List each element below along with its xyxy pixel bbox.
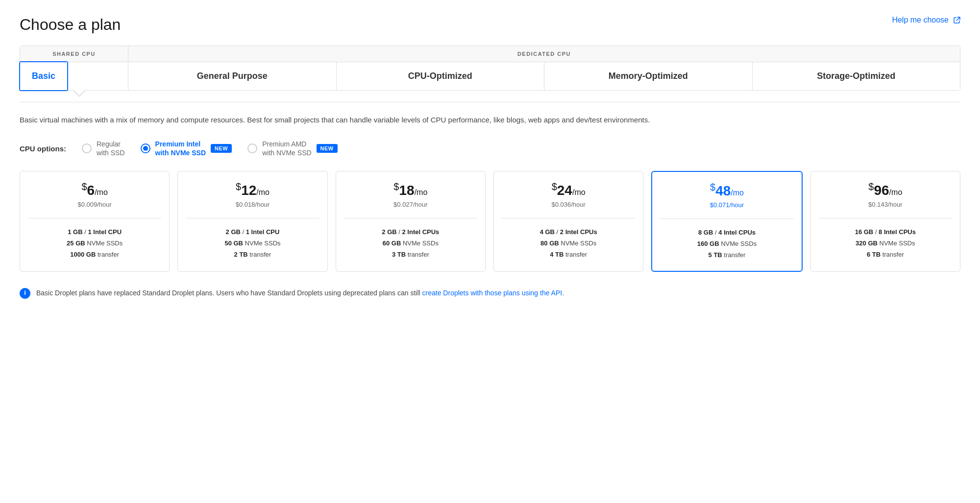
card-specs-18: 2 GB / 2 Intel CPUs 60 GB NVMe SSDs 3 TB… (344, 226, 477, 261)
cpu-option-regular-label: Regularwith SSD (97, 140, 125, 157)
shared-cpu-section: SHARED CPU Basic (20, 46, 128, 90)
cpu-option-premium-amd-label: Premium AMDwith NVMe SSD (262, 140, 311, 157)
pricing-card-12[interactable]: $12/mo $0.018/hour 2 GB / 1 Intel CPU 50… (177, 171, 327, 272)
radio-premium-amd[interactable] (247, 144, 257, 153)
info-notice: i Basic Droplet plans have replaced Stan… (20, 287, 960, 299)
pricing-card-48[interactable]: $48/mo $0.071/hour 8 GB / 4 Intel CPUs 1… (651, 171, 802, 272)
triangle-pointer (20, 91, 960, 102)
price-hourly-96: $0.143/hour (819, 201, 952, 208)
pricing-card-96[interactable]: $96/mo $0.143/hour 16 GB / 8 Intel CPUs … (810, 171, 960, 272)
price-hourly-48: $0.071/hour (660, 201, 793, 209)
card-divider-24 (502, 218, 635, 218)
cpu-option-premium-amd[interactable]: Premium AMDwith NVMe SSD NEW (247, 140, 338, 157)
tab-memory-optimized[interactable]: Memory-Optimized (544, 62, 753, 90)
card-specs-24: 4 GB / 2 Intel CPUs 80 GB NVMe SSDs 4 TB… (502, 226, 635, 261)
triangle-shape (73, 90, 86, 97)
notice-link[interactable]: create Droplets with those plans using t… (422, 289, 563, 297)
notice-text-after: . (562, 289, 564, 297)
dedicated-tabs: General Purpose CPU-Optimized Memory-Opt… (128, 62, 960, 90)
price-top-48: $48/mo $0.071/hour (660, 182, 793, 208)
card-specs-6: 1 GB / 1 Intel CPU 25 GB NVMe SSDs 1000 … (28, 226, 161, 261)
price-top-12: $12/mo $0.018/hour (186, 181, 319, 208)
plan-description: Basic virtual machines with a mix of mem… (20, 114, 960, 126)
cpu-option-premium-intel[interactable]: Premium Intelwith NVMe SSD NEW (141, 140, 232, 157)
price-top-6: $6/mo $0.009/hour (28, 181, 161, 208)
card-specs-48: 8 GB / 4 Intel CPUs 160 GB NVMe SSDs 5 T… (660, 227, 793, 261)
price-main-12: $12/mo (186, 181, 319, 198)
pricing-card-18[interactable]: $18/mo $0.027/hour 2 GB / 2 Intel CPUs 6… (336, 171, 486, 272)
card-divider-18 (344, 218, 477, 218)
help-link-text: Help me choose (892, 16, 949, 24)
tab-general-purpose[interactable]: General Purpose (128, 62, 337, 90)
card-specs-12: 2 GB / 1 Intel CPU 50 GB NVMe SSDs 2 TB … (186, 226, 319, 261)
external-link-icon (954, 17, 960, 24)
card-divider-48 (660, 218, 793, 219)
pricing-cards: $6/mo $0.009/hour 1 GB / 1 Intel CPU 25 … (20, 171, 960, 272)
price-hourly-24: $0.036/hour (502, 201, 635, 208)
price-hourly-6: $0.009/hour (28, 201, 161, 208)
price-top-96: $96/mo $0.143/hour (819, 181, 952, 208)
notice-text: Basic Droplet plans have replaced Standa… (36, 287, 564, 298)
pricing-card-24[interactable]: $24/mo $0.036/hour 4 GB / 2 Intel CPUs 8… (493, 171, 643, 272)
price-main-48: $48/mo (660, 182, 793, 199)
price-hourly-18: $0.027/hour (344, 201, 477, 208)
tab-storage-optimized[interactable]: Storage-Optimized (753, 62, 960, 90)
radio-premium-intel[interactable] (141, 144, 150, 153)
price-main-24: $24/mo (502, 181, 635, 198)
price-hourly-12: $0.018/hour (186, 201, 319, 208)
cpu-option-premium-intel-label: Premium Intelwith NVMe SSD (155, 140, 206, 157)
card-divider-6 (28, 218, 161, 218)
card-divider-12 (186, 218, 319, 218)
tab-basic[interactable]: Basic (20, 62, 67, 90)
page-header: Choose a plan Help me choose (20, 16, 960, 34)
plan-tabs-container: SHARED CPU Basic DEDICATED CPU General P… (20, 46, 960, 91)
dedicated-cpu-label: DEDICATED CPU (128, 46, 960, 62)
help-link[interactable]: Help me choose (892, 16, 960, 24)
price-top-24: $24/mo $0.036/hour (502, 181, 635, 208)
premium-intel-new-badge: NEW (211, 144, 232, 153)
price-main-18: $18/mo (344, 181, 477, 198)
shared-cpu-label: SHARED CPU (20, 46, 128, 62)
price-main-6: $6/mo (28, 181, 161, 198)
pricing-card-6[interactable]: $6/mo $0.009/hour 1 GB / 1 Intel CPU 25 … (20, 171, 170, 272)
shared-tabs: Basic (20, 62, 128, 90)
notice-text-before: Basic Droplet plans have replaced Standa… (36, 289, 422, 297)
tab-cpu-optimized[interactable]: CPU-Optimized (337, 62, 545, 90)
dedicated-cpu-section: DEDICATED CPU General Purpose CPU-Optimi… (128, 46, 960, 90)
price-top-18: $18/mo $0.027/hour (344, 181, 477, 208)
price-main-96: $96/mo (819, 181, 952, 198)
premium-amd-new-badge: NEW (317, 144, 338, 153)
radio-inner-premium-intel (143, 146, 148, 151)
cpu-options-label: CPU options: (20, 144, 66, 153)
info-icon: i (20, 288, 30, 299)
cpu-option-regular[interactable]: Regularwith SSD (82, 140, 125, 157)
page-title: Choose a plan (20, 16, 121, 34)
basic-tab-wrapper: Basic (19, 61, 68, 91)
cpu-options: CPU options: Regularwith SSD Premium Int… (20, 140, 960, 157)
card-specs-96: 16 GB / 8 Intel CPUs 320 GB NVMe SSDs 6 … (819, 226, 952, 261)
radio-regular[interactable] (82, 144, 92, 153)
card-divider-96 (819, 218, 952, 218)
